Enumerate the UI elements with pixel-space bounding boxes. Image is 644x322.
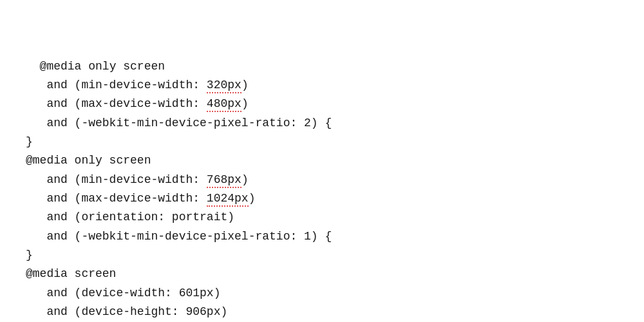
highlight-480px: 480px — [207, 97, 242, 112]
highlight-768px: 768px — [207, 173, 242, 188]
line-media-1: @media only screen and (min-device-width… — [26, 60, 359, 322]
code-editor: @media only screen and (min-device-width… — [26, 19, 359, 322]
highlight-1024px: 1024px — [207, 192, 249, 207]
highlight-320px: 320px — [207, 79, 242, 93]
